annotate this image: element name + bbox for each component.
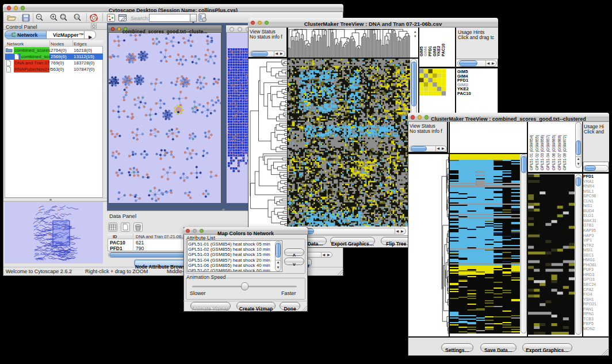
- svg-text:GPL51-03 (GSM856): GPL51-03 (GSM856): [540, 135, 545, 170]
- svg-text:GPL51-04 (GSM857): GPL51-04 (GSM857): [546, 135, 550, 170]
- svg-text:1:1: 1:1: [75, 16, 79, 18]
- svg-text:GPL51-01 (GSM854): GPL51-01 (GSM854): [529, 135, 534, 170]
- svg-text:GPL51-07 (GSM868): GPL51-07 (GSM868): [557, 135, 562, 170]
- svg-text:PAC10: PAC10: [441, 44, 445, 56]
- svg-text:YKE2: YKE2: [437, 46, 441, 56]
- svg-text:GIM5: GIM5: [419, 47, 423, 56]
- svg-text:PFD1: PFD1: [428, 46, 432, 56]
- svg-text:GIM3: GIM3: [433, 47, 437, 56]
- svg-text:GIM4: GIM4: [423, 47, 427, 56]
- svg-text:GPL51-08 (GSM872): GPL51-08 (GSM872): [563, 135, 567, 170]
- svg-text:GPL51-02 (GSM855): GPL51-02 (GSM855): [535, 135, 540, 170]
- svg-text:GPL51-06 (GSM865): GPL51-06 (GSM865): [552, 135, 556, 170]
